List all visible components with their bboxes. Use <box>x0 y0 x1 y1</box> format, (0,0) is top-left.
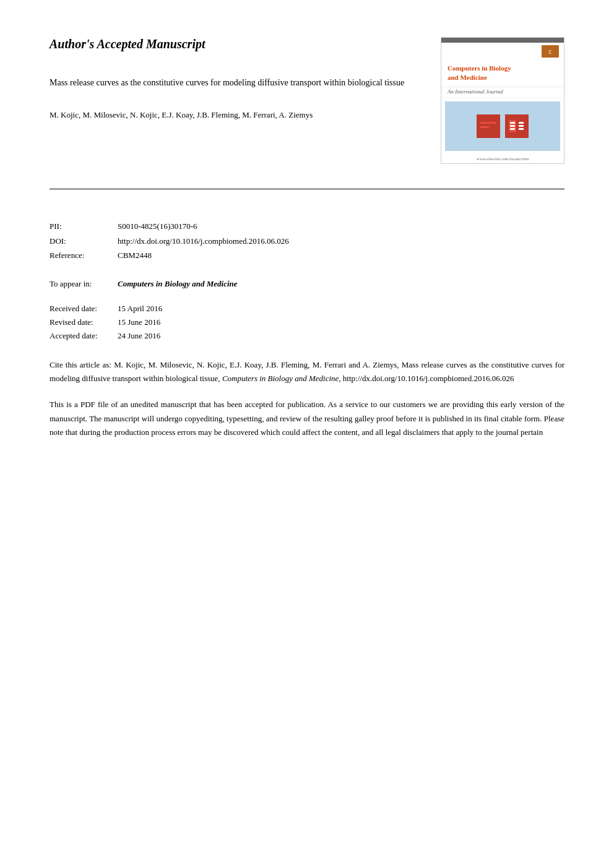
citation-paragraph: Cite this article as: M. Kojic, M. Milos… <box>50 358 564 385</box>
notice-paragraph: This is a PDF file of an unedited manusc… <box>50 398 564 439</box>
cover-icon-box-1 <box>477 114 500 138</box>
journal-cover: E Computers in Biology and Medicine An I… <box>441 37 564 164</box>
cover-elsevier-logo-area: E <box>441 43 564 60</box>
doi-row: DOI: http://dx.doi.org/10.1016/j.compbio… <box>50 235 564 248</box>
header-left: Author's Accepted Manuscript Mass releas… <box>50 37 441 122</box>
reference-label: Reference: <box>50 249 118 262</box>
cover-subtitle: An International Journal <box>441 87 564 98</box>
cover-journal-title-text: Computers in Biology and Medicine <box>448 64 558 83</box>
reference-row: Reference: CBM2448 <box>50 249 564 262</box>
svg-rect-11 <box>510 125 515 127</box>
accepted-value: 24 June 2016 <box>118 329 160 343</box>
manuscript-title: Author's Accepted Manuscript <box>50 37 422 51</box>
divider <box>50 189 564 189</box>
svg-rect-10 <box>510 122 515 124</box>
received-label: Received date: <box>50 302 118 316</box>
pii-label: PII: <box>50 220 118 233</box>
cover-art-icon-2 <box>508 117 526 135</box>
cover-icon-box-2 <box>505 114 529 138</box>
svg-rect-12 <box>510 128 515 130</box>
svg-rect-6 <box>480 122 496 124</box>
header-section: Author's Accepted Manuscript Mass releas… <box>50 37 564 164</box>
pii-row: PII: S0010-4825(16)30170-6 <box>50 220 564 233</box>
reference-value: CBM2448 <box>118 249 152 262</box>
cover-art-icon-1 <box>479 117 498 135</box>
cover-journal-title-area: Computers in Biology and Medicine <box>441 60 564 87</box>
accepted-row: Accepted date: 24 June 2016 <box>50 329 564 343</box>
cover-image-area <box>445 101 560 151</box>
svg-text:E: E <box>549 49 552 55</box>
revised-value: 15 June 2016 <box>118 316 160 329</box>
accepted-label: Accepted date: <box>50 329 118 343</box>
pii-value: S0010-4825(16)30170-6 <box>118 220 197 233</box>
revised-label: Revised date: <box>50 316 118 329</box>
cover-url: www.elsevier.com/locate/cbm <box>441 155 564 163</box>
appear-in-label: To appear in: <box>50 278 118 291</box>
dates-section: Received date: 15 April 2016 Revised dat… <box>50 302 564 343</box>
cover-image-content <box>477 114 529 138</box>
appear-in-row: To appear in: Computers in Biology and M… <box>50 278 564 291</box>
received-row: Received date: 15 April 2016 <box>50 302 564 316</box>
doi-label: DOI: <box>50 235 118 248</box>
svg-rect-13 <box>519 122 524 124</box>
received-value: 15 April 2016 <box>118 302 162 316</box>
elsevier-logo-icon: E <box>542 45 559 58</box>
paper-title: Mass release curves as the constitutive … <box>50 76 422 90</box>
revised-row: Revised date: 15 June 2016 <box>50 316 564 329</box>
page: Author's Accepted Manuscript Mass releas… <box>0 0 614 868</box>
svg-rect-14 <box>519 125 524 127</box>
metadata-section: PII: S0010-4825(16)30170-6 DOI: http://d… <box>50 220 564 262</box>
authors: M. Kojic, M. Milosevic, N. Kojic, E.J. K… <box>50 108 422 122</box>
doi-value: http://dx.doi.org/10.1016/j.compbiomed.2… <box>118 235 289 248</box>
citation-journal-name: Computers in Biology and Medicine <box>222 374 339 383</box>
svg-rect-15 <box>519 128 524 130</box>
appear-in-value: Computers in Biology and Medicine <box>118 278 238 291</box>
citation-suffix: , http://dx.doi.org/10.1016/j.compbiomed… <box>339 374 514 383</box>
svg-rect-7 <box>480 126 489 128</box>
cover-top-bar <box>441 38 564 43</box>
